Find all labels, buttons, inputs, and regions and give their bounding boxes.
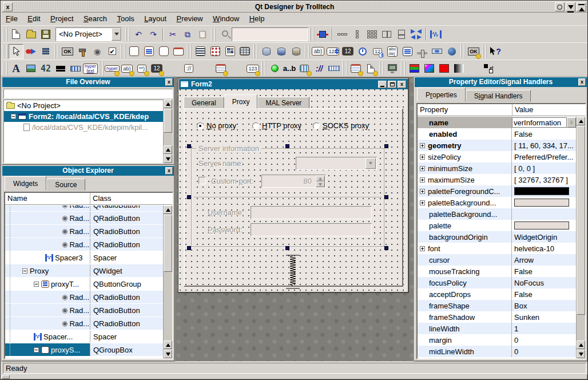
- gradient-widget-button[interactable]: [451, 61, 466, 76]
- property-row[interactable]: frameShapeBox: [418, 300, 576, 311]
- collapse-icon[interactable]: [34, 347, 39, 353]
- form2-titlebar[interactable]: Form2 x: [179, 79, 408, 89]
- property-value[interactable]: Box: [512, 300, 576, 311]
- custom-port-spinbox[interactable]: 80: [261, 175, 326, 188]
- tree-row[interactable]: ProxyQWidget: [5, 264, 163, 278]
- tab-source[interactable]: Source: [46, 179, 85, 191]
- expand-icon[interactable]: [420, 246, 425, 251]
- property-row[interactable]: fonthelvetica-10: [418, 243, 576, 254]
- password-field[interactable]: [251, 223, 372, 236]
- db-browser-widget-button[interactable]: [289, 44, 304, 59]
- find-button[interactable]: [217, 27, 232, 42]
- menu-file[interactable]: File: [2, 13, 22, 25]
- property-row[interactable]: maximumSize[ 32767, 32767 ]: [418, 174, 576, 185]
- custom-lineedit-widget-button[interactable]: ab): [120, 61, 134, 76]
- form2-maximize-button[interactable]: [388, 81, 396, 88]
- expand-icon[interactable]: [420, 155, 425, 160]
- form2-window[interactable]: Form2 x GeneralProxyMAL Server No proxy …: [178, 78, 408, 292]
- form-tab-general[interactable]: General: [184, 97, 224, 109]
- open-file-button[interactable]: [23, 27, 38, 42]
- layout-horizontal-button[interactable]: [335, 27, 349, 42]
- property-row[interactable]: backgroundOriginWidgetOrigin: [418, 231, 576, 243]
- wizard-button[interactable]: OK: [466, 44, 481, 59]
- vertical-spacer-spring[interactable]: [281, 254, 304, 290]
- property-value[interactable]: 1: [512, 323, 576, 334]
- property-value[interactable]: [512, 197, 576, 208]
- groupbox-widget-button[interactable]: [141, 44, 156, 59]
- reset-property-button[interactable]: x: [567, 117, 576, 128]
- property-row[interactable]: paletteForegroundC...: [418, 185, 576, 197]
- property-value[interactable]: Sunken: [512, 311, 576, 323]
- selection-handle[interactable]: [384, 144, 388, 148]
- spacer-tool-button[interactable]: [428, 27, 443, 42]
- server-information-groupbox[interactable]: Server information Server name: Custom p…: [191, 148, 384, 247]
- break-layout-button[interactable]: [409, 27, 424, 42]
- custom-hypertext-widget-button[interactable]: hyper: [105, 61, 120, 76]
- toolbar-handle[interactable]: [125, 27, 130, 41]
- toolbar-handle[interactable]: [3, 62, 7, 76]
- property-value[interactable]: False: [512, 288, 576, 300]
- property-row[interactable]: midLineWidth0: [418, 346, 576, 357]
- buttongroup-widget-button[interactable]: [126, 44, 141, 59]
- toolbar-handle[interactable]: [3, 27, 7, 41]
- property-value[interactable]: [512, 220, 576, 231]
- scroll-up-button[interactable]: [164, 100, 172, 108]
- dualcolor-widget-button[interactable]: ⇄: [481, 61, 496, 76]
- scroll-up-button[interactable]: [164, 205, 172, 214]
- property-row[interactable]: paletteBackground...: [418, 197, 576, 208]
- property-row[interactable]: sizePolicyPreferred/Prefer...: [418, 151, 576, 163]
- scroll-up-button-2[interactable]: [164, 145, 172, 154]
- iconview-widget-button[interactable]: [223, 44, 237, 59]
- menu-project[interactable]: Project: [46, 13, 77, 25]
- timeedit-widget-button[interactable]: [355, 44, 370, 59]
- tree-item-file[interactable]: /local/data/CVS_KDE/kdepim/kpil...: [4, 122, 163, 133]
- tree-row[interactable]: Spacer3Spacer: [5, 251, 163, 264]
- tabwidget-widget-button[interactable]: [171, 44, 186, 59]
- property-editor-close-button[interactable]: x: [578, 78, 586, 86]
- db-table-widget-button[interactable]: [259, 44, 274, 59]
- selection-handle[interactable]: [384, 195, 388, 199]
- menu-tools[interactable]: Tools: [113, 13, 138, 25]
- scroll-down-button[interactable]: [577, 350, 585, 358]
- layout-grid-button[interactable]: [364, 27, 379, 42]
- property-value[interactable]: Arrow: [512, 254, 576, 266]
- toolbar-handle[interactable]: [460, 45, 465, 58]
- tab-signal-handlers[interactable]: Signal Handlers: [466, 90, 531, 102]
- form-tab-proxy[interactable]: Proxy: [224, 94, 258, 109]
- sysinfo-widget-button[interactable]: [385, 61, 400, 76]
- whatsthis-button[interactable]: ?: [488, 44, 503, 59]
- tree-item-no-project[interactable]: <No Project>: [4, 100, 163, 111]
- property-value[interactable]: [ 0, 0 ]: [512, 163, 576, 174]
- tree-row[interactable]: ◉Rad...QRadioButton: [5, 225, 163, 238]
- selection-handle[interactable]: [187, 195, 191, 199]
- property-value[interactable]: False: [512, 266, 576, 277]
- statusbar-grip[interactable]: [2, 375, 10, 379]
- property-value[interactable]: Preferred/Prefer...: [512, 151, 576, 163]
- expand-icon[interactable]: [420, 200, 425, 205]
- project-selector-dropdown[interactable]: [112, 28, 121, 41]
- scroll-thumb[interactable]: [164, 215, 172, 272]
- selection-handle[interactable]: [285, 246, 289, 250]
- property-row[interactable]: frameShadowSunken: [418, 311, 576, 323]
- custom-window-widget-button[interactable]: [213, 61, 228, 76]
- toolbar-handle[interactable]: [305, 45, 309, 58]
- expand-icon[interactable]: [420, 143, 425, 148]
- toolbar-handle[interactable]: [121, 45, 125, 58]
- custom-port-checkbox[interactable]: [198, 177, 206, 184]
- lineedit-widget-button[interactable]: ab): [311, 44, 325, 59]
- scroll-up-button-2[interactable]: [577, 341, 585, 349]
- property-editor-titlebar[interactable]: Property Editor/Signal Handlers x: [415, 77, 587, 87]
- scroll-thumb[interactable]: [577, 126, 585, 315]
- column-name[interactable]: Name: [5, 193, 90, 204]
- property-row[interactable]: acceptDropsFalse: [418, 288, 576, 300]
- form-tab-mal-server[interactable]: MAL Server: [257, 97, 309, 109]
- paste-button[interactable]: 📋: [195, 27, 210, 42]
- spin-up-button[interactable]: [316, 176, 325, 181]
- led-widget-button[interactable]: [267, 61, 282, 76]
- file-overview-tree[interactable]: <No Project> Form2: /local/data/CVS_KDE/…: [3, 100, 164, 163]
- progressbar-widget-button[interactable]: [68, 61, 83, 76]
- selection-handle[interactable]: [187, 144, 191, 148]
- scroll-up-button[interactable]: [577, 117, 585, 125]
- username-field[interactable]: [251, 206, 372, 219]
- slider-widget-button[interactable]: [415, 44, 430, 59]
